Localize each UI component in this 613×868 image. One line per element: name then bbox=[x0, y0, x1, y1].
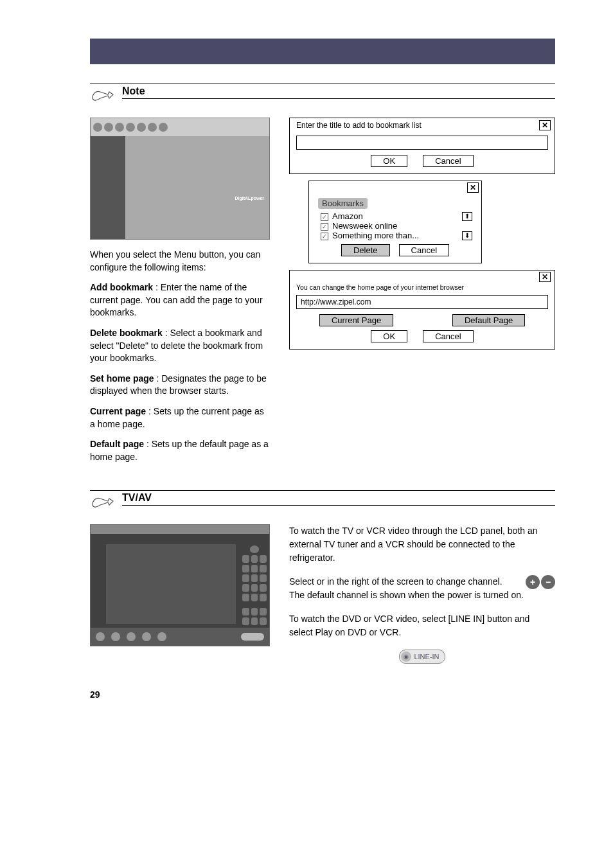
tv-side-icon bbox=[251, 608, 258, 616]
tv-side-icon bbox=[251, 574, 258, 582]
tv-bottom-bar bbox=[91, 628, 269, 646]
page-number: 29 bbox=[90, 689, 100, 700]
pointing-hand-icon bbox=[90, 492, 114, 513]
tv-side-icon bbox=[242, 574, 249, 582]
tv-side-icon bbox=[242, 565, 249, 572]
instructions-left: When you select the Menu button, you can… bbox=[90, 249, 270, 463]
tv-bottom-pill bbox=[241, 633, 264, 641]
cancel-button[interactable]: Cancel bbox=[423, 330, 473, 342]
default-page-label: Default page bbox=[90, 439, 144, 449]
section-header-bar bbox=[90, 39, 555, 64]
tv-side-icon bbox=[260, 574, 267, 582]
tv-bottom-button bbox=[157, 632, 166, 641]
browser-content: DigitALpower bbox=[125, 136, 269, 239]
note-content-row: DigitALpower When you select the Menu bu… bbox=[90, 118, 555, 471]
tv-side-icon bbox=[260, 555, 267, 563]
close-icon[interactable]: ✕ bbox=[539, 272, 551, 282]
bookmark-item: Amazon bbox=[332, 211, 363, 221]
tv-side-icon bbox=[260, 565, 267, 572]
add-bookmark-label: Add bookmark bbox=[90, 282, 153, 292]
tv-bottom-button bbox=[142, 632, 151, 641]
toolbar-button bbox=[104, 123, 113, 132]
cancel-button[interactable]: Cancel bbox=[423, 155, 473, 167]
tvav-text: To watch the TV or VCR video through the… bbox=[289, 524, 555, 664]
intro-text: When you select the Menu button, you can… bbox=[90, 249, 270, 274]
tv-screenshot bbox=[90, 524, 270, 646]
note-title: Note bbox=[122, 85, 145, 96]
close-icon[interactable]: ✕ bbox=[467, 182, 479, 193]
tv-bottom-button bbox=[111, 632, 120, 641]
tvav-p1: To watch the TV or VCR video through the… bbox=[289, 524, 555, 565]
line-in-button[interactable]: ◉ LINE-IN bbox=[399, 650, 445, 664]
browser-screenshot: DigitALpower bbox=[90, 118, 270, 240]
checkbox-icon[interactable]: ✓ bbox=[321, 233, 328, 240]
note-heading-row: Note bbox=[90, 84, 555, 106]
toolbar-button bbox=[115, 123, 124, 132]
plus-icon[interactable]: + bbox=[526, 575, 540, 589]
tv-side-icon bbox=[242, 608, 249, 616]
bookmark-item: Newsweek online bbox=[332, 221, 397, 231]
set-homepage-label: Set home page bbox=[90, 373, 154, 384]
homepage-url-input[interactable]: http://www.zipel.com bbox=[296, 295, 548, 309]
tvav-title: TV/AV bbox=[122, 492, 152, 503]
pointing-hand-icon bbox=[90, 85, 114, 106]
bookmark-item: Something more than... bbox=[332, 231, 419, 240]
delete-bookmark-label: Delete bookmark bbox=[90, 328, 163, 338]
bookmarks-title: Bookmarks bbox=[318, 198, 368, 209]
tv-bottom-button bbox=[96, 632, 105, 641]
add-bookmark-dialog: Enter the title to add to bookmark list … bbox=[289, 118, 555, 174]
homepage-dialog: ✕ You can change the home page of your i… bbox=[289, 270, 555, 350]
tv-side-icon bbox=[251, 584, 258, 592]
current-page-button[interactable]: Current Page bbox=[319, 314, 393, 326]
bookmark-title-input[interactable] bbox=[296, 136, 548, 150]
jack-icon: ◉ bbox=[401, 651, 411, 662]
close-icon[interactable]: ✕ bbox=[539, 120, 551, 130]
current-page-label: Current page bbox=[90, 406, 146, 416]
tv-titlebar bbox=[91, 525, 269, 534]
tvav-p2a: Select or in the right of the screen to … bbox=[289, 576, 502, 587]
ok-button[interactable]: OK bbox=[371, 155, 407, 167]
tv-side-icon bbox=[242, 617, 249, 625]
toolbar-button bbox=[137, 123, 146, 132]
toolbar-button bbox=[148, 123, 157, 132]
delete-button[interactable]: Delete bbox=[341, 244, 390, 256]
browser-sidebar bbox=[91, 136, 125, 239]
tv-side-icon bbox=[251, 565, 258, 572]
tv-side-icon bbox=[260, 617, 267, 625]
tv-side-icon bbox=[251, 555, 258, 563]
tv-side-icon bbox=[242, 555, 249, 563]
tv-side-panel bbox=[240, 534, 269, 628]
tv-side-icon bbox=[251, 594, 258, 601]
tv-side-icon bbox=[260, 584, 267, 592]
toolbar-button bbox=[93, 123, 102, 132]
tvav-content-row: To watch the TV or VCR video through the… bbox=[90, 524, 555, 664]
tv-side-icon bbox=[250, 545, 259, 553]
homepage-msg: You can change the home page of your int… bbox=[296, 282, 548, 295]
toolbar-button bbox=[126, 123, 135, 132]
tvav-p2b: The default channel is shown when the po… bbox=[289, 590, 524, 600]
tvav-heading-row: TV/AV bbox=[90, 490, 555, 513]
minus-icon[interactable]: − bbox=[541, 575, 555, 589]
tv-video-area bbox=[106, 544, 236, 624]
tv-side-icon bbox=[260, 608, 267, 616]
ok-button[interactable]: OK bbox=[371, 330, 407, 342]
default-page-button[interactable]: Default Page bbox=[452, 314, 525, 326]
channel-buttons-inline: + − bbox=[526, 575, 555, 589]
digitall-label: DigitALpower bbox=[235, 196, 265, 200]
toolbar-button bbox=[159, 123, 168, 132]
bookmarks-panel: ✕ Bookmarks ✓Amazon ⬆ ✓Newsweek online ✓… bbox=[308, 181, 482, 263]
tv-bottom-button bbox=[127, 632, 136, 641]
tv-side-icon bbox=[242, 594, 249, 601]
line-in-label: LINE-IN bbox=[414, 653, 439, 660]
checkbox-icon[interactable]: ✓ bbox=[321, 213, 328, 221]
add-bookmark-dialog-label: Enter the title to add to bookmark list bbox=[296, 121, 422, 130]
tv-side-icon bbox=[251, 617, 258, 625]
cancel-button[interactable]: Cancel bbox=[399, 244, 449, 256]
tvav-p3a: To watch the DVD or VCR video, select [L… bbox=[289, 614, 515, 624]
checkbox-icon[interactable]: ✓ bbox=[321, 223, 328, 231]
tv-side-icon bbox=[260, 594, 267, 601]
tv-side-icon bbox=[242, 584, 249, 592]
arrow-up-icon[interactable]: ⬆ bbox=[462, 212, 472, 221]
arrow-down-icon[interactable]: ⬇ bbox=[462, 231, 472, 240]
